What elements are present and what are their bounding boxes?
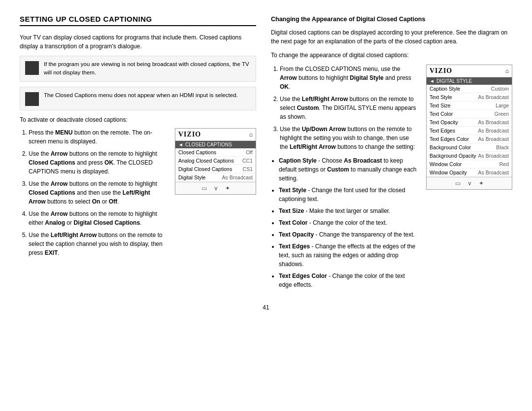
right-menu-section-title: ◄ DIGITAL STYLE — [427, 77, 512, 85]
right-intro-paragraph: Digital closed captions can be displayed… — [271, 28, 512, 46]
right-menu-row-0: Caption Style Custom — [427, 85, 512, 93]
bullet-text-edges: Text Edges - Change the effects at the e… — [279, 242, 418, 269]
left-step-5: Use the Left/Right Arrow buttons on the … — [29, 231, 167, 257]
main-title: SETTING UP CLOSED CAPTIONING — [20, 15, 256, 26]
left-steps-text: Press the MENU button on the remote. The… — [20, 128, 167, 262]
left-menu-row-0: Closed Captions Off — [175, 148, 256, 157]
right-row-label-8: Background Opacity — [430, 153, 476, 159]
bullet-text-opacity: Text Opacity - Change the transparency o… — [279, 230, 418, 239]
notice-icon-2 — [25, 92, 39, 106]
left-step-1: Press the MENU button on the remote. The… — [29, 128, 167, 146]
right-row-value-1: As Broadcast — [478, 94, 509, 100]
left-menu-row-1: Analog Closed Captions CC1 — [175, 157, 256, 165]
page-container: SETTING UP CLOSED CAPTIONING Your TV can… — [20, 15, 512, 294]
right-menu-row-8: Background Opacity As Broadcast — [427, 152, 512, 160]
intro-paragraph: Your TV can display closed captions for … — [20, 33, 256, 51]
down-arrow-icon: ∨ — [214, 185, 218, 192]
right-row-label-6: Text Edges Color — [430, 136, 469, 142]
right-step-3: Use the Up/Down Arrow buttons on the rem… — [280, 125, 418, 151]
bullet-text-color: Text Color - Change the color of the tex… — [279, 218, 418, 227]
left-row-label-3: Digital Style — [178, 174, 205, 180]
bullet-caption-style: Caption Style - Choose As Broadcast to k… — [279, 156, 418, 183]
right-row-label-0: Caption Style — [430, 86, 460, 92]
left-steps-list: Press the MENU button on the remote. The… — [20, 128, 167, 257]
right-down-arrow-icon: ∨ — [467, 180, 472, 187]
right-gear-icon: ✦ — [479, 180, 484, 187]
right-menu-row-10: Window Opacity As Broadcast — [427, 169, 512, 177]
right-menu-row-4: Text Opacity As Broadcast — [427, 118, 512, 127]
right-vizio-logo: VIZIO — [430, 67, 452, 75]
notice-icon-1 — [25, 61, 39, 75]
rectangle-icon: ▭ — [201, 185, 207, 192]
right-row-value-3: Green — [495, 111, 509, 117]
right-menu-row-9: Window Color Red — [427, 160, 512, 169]
right-menu-mockup: VIZIO ⌂ ◄ DIGITAL STYLE Caption Style Cu… — [426, 65, 512, 190]
right-row-label-5: Text Edges — [430, 128, 455, 134]
left-menu-mockup: VIZIO ⌂ ◄ CLOSED CAPTIONS Closed Caption… — [175, 128, 256, 195]
bullet-text-edges-color: Text Edges Color - Change the color of t… — [279, 272, 418, 289]
right-step-2: Use the Left/Right Arrow buttons on the … — [280, 95, 418, 121]
right-row-value-7: Black — [496, 144, 509, 150]
bullet-text-style: Text Style - Change the font used for th… — [279, 186, 418, 204]
right-row-value-6: As Broadcast — [478, 136, 509, 142]
right-steps-text: From the CLOSED CAPTIONS menu, use the A… — [271, 65, 418, 294]
right-home-icon: ⌂ — [505, 68, 509, 74]
left-step-2: Use the Arrow buttons on the remote to h… — [29, 149, 167, 176]
right-menu-row-7: Background Color Black — [427, 143, 512, 152]
right-row-value-9: Red — [499, 161, 509, 167]
notice-box-1: If the program you are viewing is not be… — [20, 56, 256, 82]
right-bullet-list: Caption Style - Choose As Broadcast to k… — [271, 156, 418, 289]
right-row-label-1: Text Style — [430, 94, 452, 100]
right-row-label-10: Window Opacity — [430, 170, 467, 175]
left-back-arrow-icon: ◄ — [178, 142, 183, 147]
right-steps-list: From the CLOSED CAPTIONS menu, use the A… — [271, 65, 418, 151]
left-row-label-2: Digital Closed Captions — [178, 166, 232, 172]
right-rectangle-icon: ▭ — [455, 180, 461, 187]
notice-box-2: The Closed Captions menu does not appear… — [20, 87, 256, 110]
left-menu-header: VIZIO ⌂ — [175, 129, 256, 141]
right-menu-row-2: Text Size Large — [427, 102, 512, 110]
right-menu-row-6: Text Edges Color As Broadcast — [427, 135, 512, 143]
right-menu-row-5: Text Edges As Broadcast — [427, 127, 512, 135]
left-menu-row-3: Digital Style As Broadcast — [175, 173, 256, 182]
right-row-label-3: Text Color — [430, 111, 453, 117]
left-menu-row-2: Digital Closed Captions CS1 — [175, 165, 256, 173]
notice-text-2: The Closed Captions menu does not appear… — [44, 91, 238, 100]
right-back-arrow-icon: ◄ — [430, 78, 434, 84]
right-row-value-2: Large — [496, 103, 509, 108]
left-row-label-1: Analog Closed Captions — [178, 158, 234, 164]
left-row-value-2: CS1 — [243, 166, 253, 172]
page-number: 41 — [20, 304, 512, 311]
right-section-with-menu: From the CLOSED CAPTIONS menu, use the A… — [271, 65, 512, 294]
left-column: SETTING UP CLOSED CAPTIONING Your TV can… — [20, 15, 256, 294]
right-menu-row-3: Text Color Green — [427, 110, 512, 118]
right-steps-intro: To change the appearance of digital clos… — [271, 51, 512, 60]
left-menu-section-title: ◄ CLOSED CAPTIONS — [175, 141, 256, 148]
right-row-label-4: Text Opacity — [430, 119, 458, 125]
right-section-title: Changing the Appearance of Digital Close… — [271, 15, 512, 24]
right-menu-header: VIZIO ⌂ — [427, 65, 512, 77]
right-row-label-7: Background Color — [430, 144, 471, 150]
left-vizio-logo: VIZIO — [178, 131, 201, 138]
left-menu-footer: ▭ ∨ ✦ — [175, 182, 256, 194]
left-home-icon: ⌂ — [249, 131, 253, 138]
gear-icon: ✦ — [225, 185, 230, 192]
left-section-with-menu: Press the MENU button on the remote. The… — [20, 128, 256, 262]
right-step-1: From the CLOSED CAPTIONS menu, use the A… — [280, 65, 418, 91]
right-menu-row-1: Text Style As Broadcast — [427, 93, 512, 102]
right-row-label-2: Text Size — [430, 103, 451, 108]
left-row-label-0: Closed Captions — [178, 149, 216, 155]
left-row-value-0: Off — [246, 149, 253, 155]
right-row-value-5: As Broadcast — [478, 128, 509, 134]
left-step-4: Use the Arrow buttons on the remote to h… — [29, 209, 167, 227]
right-column: Changing the Appearance of Digital Close… — [271, 15, 512, 294]
right-row-value-8: As Broadcast — [478, 153, 509, 159]
left-step-3: Use the Arrow buttons on the remote to h… — [29, 179, 167, 206]
bullet-text-size: Text Size - Make the text larger or smal… — [279, 206, 418, 215]
right-menu-footer: ▭ ∨ ✦ — [427, 177, 512, 189]
left-row-value-1: CC1 — [242, 158, 253, 164]
right-row-value-4: As Broadcast — [478, 119, 509, 125]
notice-text-1: If the program you are viewing is not be… — [44, 60, 251, 77]
right-row-value-10: As Broadcast — [478, 170, 509, 175]
right-row-label-9: Window Color — [430, 161, 462, 167]
